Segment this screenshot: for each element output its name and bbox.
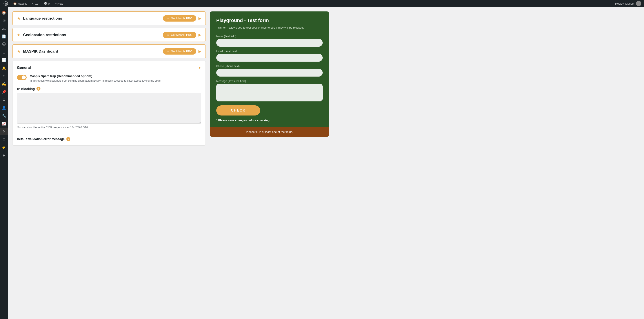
name-input[interactable] — [216, 39, 323, 47]
form-group-phone: Phone (Phone field) — [216, 65, 323, 77]
star-icon-geo: ★ — [17, 33, 20, 37]
home-icon: 🏠 — [13, 2, 17, 5]
feature-card-dashboard[interactable]: ★ MASPIK Dashboard ☆ Get Maspik PRO ▶ — [12, 45, 206, 58]
sidebar-item-posts[interactable]: ✉ — [0, 17, 8, 24]
form-group-message: Message (Text area field) — [216, 80, 323, 102]
new-item[interactable]: + New — [54, 2, 64, 5]
phone-input[interactable] — [216, 69, 323, 77]
sidebar-item-extra2[interactable]: ⚡ — [0, 143, 8, 151]
ip-blocking-title: IP Blocking — [17, 87, 35, 91]
arrow-right-language: ▶ — [198, 16, 201, 21]
spam-trap-row: Maspik Spam trap (Recommended option!) I… — [17, 74, 201, 83]
star-icon-dashboard: ★ — [17, 49, 20, 54]
sidebar-item-extra3[interactable]: ▶ — [0, 151, 8, 159]
sidebar-item-dashboard[interactable]: 🏠 — [0, 9, 8, 16]
sidebar-item-pages[interactable]: 📄 — [0, 33, 8, 40]
phone-label: Phone (Phone field) — [216, 65, 323, 68]
star-pro-icon-language: ☆ — [167, 17, 170, 20]
feature-card-dashboard-title: MASPIK Dashboard — [23, 49, 58, 54]
comments-icon: 💬 — [44, 2, 47, 5]
toggle-label: Maspik Spam trap (Recommended option!) — [30, 74, 161, 78]
sidebar-item-wrench[interactable]: 🔧 — [0, 112, 8, 119]
admin-bar-left: W 🏠 Maspik ↻ 19 💬 0 + New — [3, 1, 612, 6]
chevron-down-icon[interactable]: ▼ — [198, 66, 201, 70]
arrow-right-dashboard: ▶ — [198, 49, 201, 54]
sidebar-item-comments[interactable]: ☰ — [0, 48, 8, 56]
general-title: General — [17, 66, 31, 70]
pro-badge-right-geo: ☆ Get Maspik PRO ▶ — [163, 32, 201, 38]
general-panel: General ▼ Maspik Spam trap (Recommended … — [12, 61, 206, 146]
feature-card-language-left: ★ Language restrictions — [17, 16, 62, 21]
sidebar-item-network[interactable]: ⊕ — [0, 72, 8, 80]
check-button[interactable]: CHECK — [216, 105, 260, 116]
comments-item[interactable]: 💬 0 — [43, 2, 50, 5]
sidebar-item-tools[interactable]: 📌 — [0, 88, 8, 96]
sidebar-item-woo[interactable]: Ⓦ — [0, 41, 8, 48]
playground-card: Playground - Test form This form allows … — [210, 12, 329, 137]
ip-info-icon[interactable]: i — [36, 87, 40, 91]
feature-card-geo-left: ★ Geolocation restrictions — [17, 33, 66, 37]
toggle-desc: In this option we block bots from sendin… — [30, 79, 161, 83]
updates-count: 19 — [35, 2, 38, 5]
star-pro-icon-dashboard: ☆ — [167, 50, 170, 53]
pro-badge-dashboard[interactable]: ☆ Get Maspik PRO — [163, 48, 196, 55]
sidebar-item-analytics[interactable]: 📊 — [0, 56, 8, 64]
feature-card-dashboard-left: ★ MASPIK Dashboard — [17, 49, 58, 54]
general-header: General ▼ — [17, 66, 201, 70]
arrow-right-geo: ▶ — [198, 33, 201, 37]
ip-hint: You can also filter entire CIDR range su… — [17, 126, 201, 129]
pro-label-language: Get Maspik PRO — [171, 17, 192, 20]
default-validation-title: Default validation error message — [17, 137, 64, 141]
sidebar-item-extra1[interactable]: ◻ — [0, 136, 8, 143]
main-content: ★ Language restrictions ☆ Get Maspik PRO… — [8, 7, 644, 319]
message-textarea[interactable] — [216, 84, 323, 101]
admin-bar-right: Howdy, Maspik — [615, 1, 641, 6]
feature-card-language[interactable]: ★ Language restrictions ☆ Get Maspik PRO… — [12, 12, 206, 25]
sidebar-item-plugin[interactable]: ✕ — [0, 128, 8, 135]
name-label: Name (Text field) — [216, 35, 323, 38]
pro-badge-geo[interactable]: ☆ Get Maspik PRO — [163, 32, 196, 38]
ip-textarea[interactable] — [17, 93, 201, 124]
form-group-name: Name (Text field) — [216, 35, 323, 47]
email-label: Email (Email field) — [216, 50, 323, 53]
email-input[interactable] — [216, 54, 323, 62]
default-validation-heading: Default validation error message i — [17, 137, 201, 141]
updates-icon: ↻ — [32, 2, 34, 5]
wp-logo-item[interactable]: W — [3, 1, 9, 6]
feature-card-geo-title: Geolocation restrictions — [23, 33, 66, 37]
sidebar-item-users[interactable]: 👤 — [0, 104, 8, 111]
admin-bar: W 🏠 Maspik ↻ 19 💬 0 + New Howdy, Maspik — [0, 0, 644, 7]
site-name-item[interactable]: 🏠 Maspik — [12, 2, 28, 5]
playground-desc: This form allows you to test your entrie… — [216, 26, 323, 30]
feature-card-language-title: Language restrictions — [23, 16, 62, 21]
playground-body: Playground - Test form This form allows … — [210, 12, 329, 127]
sidebar-item-charts[interactable]: 📈 — [0, 120, 8, 127]
feature-card-geo[interactable]: ★ Geolocation restrictions ☆ Get Maspik … — [12, 28, 206, 42]
pro-badge-language[interactable]: ☆ Get Maspik PRO — [163, 15, 196, 22]
comments-count: 0 — [48, 2, 50, 5]
pro-badge-right-dashboard: ☆ Get Maspik PRO ▶ — [163, 48, 201, 55]
form-group-email: Email (Email field) — [216, 50, 323, 62]
spam-trap-toggle[interactable] — [17, 75, 26, 80]
save-note: * Please save changes before checking. — [216, 119, 323, 122]
updates-item[interactable]: ↻ 19 — [31, 2, 39, 5]
sidebar-item-notifications[interactable]: 🔔 — [0, 64, 8, 72]
svg-text:W: W — [4, 3, 7, 5]
divider — [17, 133, 201, 133]
sidebar-item-forms[interactable]: ✍ — [0, 80, 8, 88]
left-column: ★ Language restrictions ☆ Get Maspik PRO… — [12, 12, 206, 314]
sidebar-item-settings[interactable]: ⚙ — [0, 96, 8, 103]
validation-info-icon[interactable]: i — [66, 137, 70, 141]
avatar — [636, 1, 641, 6]
site-name: Maspik — [18, 2, 26, 5]
howdy-text: Howdy, Maspik — [615, 2, 634, 5]
right-panel: Playground - Test form This form allows … — [210, 12, 329, 314]
sidebar-item-media[interactable]: 🖼 — [0, 25, 8, 32]
pro-label-geo: Get Maspik PRO — [171, 33, 192, 37]
new-label: + New — [55, 2, 63, 5]
playground-footer: Please fill in at least one of the field… — [210, 127, 329, 137]
toggle-label-group: Maspik Spam trap (Recommended option!) I… — [30, 74, 161, 83]
star-pro-icon-geo: ☆ — [167, 33, 170, 37]
ip-blocking-heading: IP Blocking i — [17, 87, 201, 91]
message-label: Message (Text area field) — [216, 80, 323, 83]
